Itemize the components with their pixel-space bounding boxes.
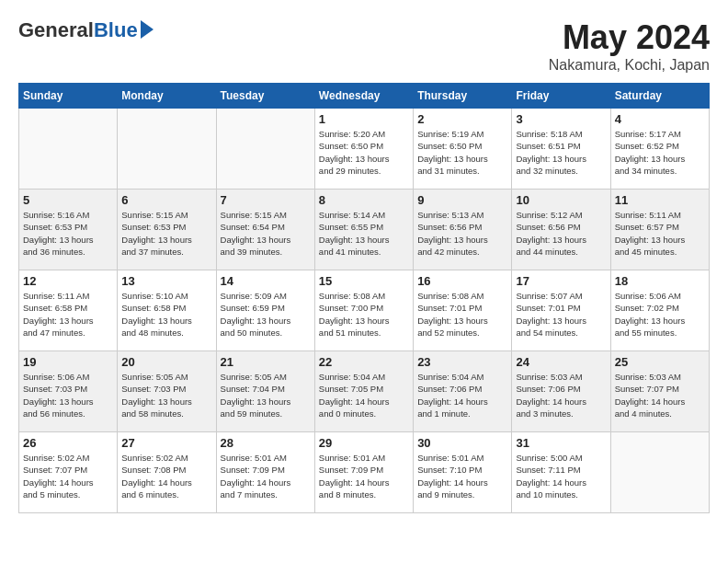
day-info: Sunrise: 5:15 AM Sunset: 6:53 PM Dayligh… <box>121 209 211 258</box>
day-number: 22 <box>319 355 409 369</box>
day-info: Sunrise: 5:04 AM Sunset: 7:05 PM Dayligh… <box>319 371 409 419</box>
day-info: Sunrise: 5:17 AM Sunset: 6:52 PM Dayligh… <box>615 128 705 177</box>
day-number: 23 <box>417 355 507 369</box>
day-number: 8 <box>319 193 409 207</box>
calendar-day: 25Sunrise: 5:03 AM Sunset: 7:07 PM Dayli… <box>610 351 709 432</box>
day-info: Sunrise: 5:11 AM Sunset: 6:57 PM Dayligh… <box>615 209 705 258</box>
calendar-day: 21Sunrise: 5:05 AM Sunset: 7:04 PM Dayli… <box>216 351 314 432</box>
calendar-day: 30Sunrise: 5:01 AM Sunset: 7:10 PM Dayli… <box>414 432 512 513</box>
day-info: Sunrise: 5:05 AM Sunset: 7:04 PM Dayligh… <box>221 371 311 419</box>
day-number: 29 <box>319 436 409 450</box>
day-info: Sunrise: 5:01 AM Sunset: 7:09 PM Dayligh… <box>319 452 409 500</box>
day-number: 21 <box>221 355 311 369</box>
calendar-day: 31Sunrise: 5:00 AM Sunset: 7:11 PM Dayli… <box>512 432 610 513</box>
logo-arrow-icon <box>141 20 154 39</box>
calendar-day: 8Sunrise: 5:14 AM Sunset: 6:55 PM Daylig… <box>314 190 413 270</box>
calendar-day: 27Sunrise: 5:02 AM Sunset: 7:08 PM Dayli… <box>118 432 216 513</box>
title-section: May 2024 Nakamura, Kochi, Japan <box>549 18 710 74</box>
weekday-header-row: SundayMondayTuesdayWednesdayThursdayFrid… <box>19 84 710 109</box>
calendar-day: 16Sunrise: 5:08 AM Sunset: 7:01 PM Dayli… <box>414 270 512 351</box>
day-number: 14 <box>221 274 311 288</box>
calendar-day: 22Sunrise: 5:04 AM Sunset: 7:05 PM Dayli… <box>314 351 413 432</box>
calendar-day: 26Sunrise: 5:02 AM Sunset: 7:07 PM Dayli… <box>19 432 118 513</box>
calendar-day: 13Sunrise: 5:10 AM Sunset: 6:58 PM Dayli… <box>118 270 216 351</box>
day-info: Sunrise: 5:14 AM Sunset: 6:55 PM Dayligh… <box>319 209 409 258</box>
calendar-table: SundayMondayTuesdayWednesdayThursdayFrid… <box>18 83 710 513</box>
day-info: Sunrise: 5:12 AM Sunset: 6:56 PM Dayligh… <box>516 209 606 258</box>
day-info: Sunrise: 5:01 AM Sunset: 7:09 PM Dayligh… <box>221 452 311 500</box>
day-info: Sunrise: 5:03 AM Sunset: 7:07 PM Dayligh… <box>615 371 705 419</box>
location: Nakamura, Kochi, Japan <box>549 57 710 74</box>
day-info: Sunrise: 5:13 AM Sunset: 6:56 PM Dayligh… <box>417 209 507 258</box>
day-number: 15 <box>319 274 409 288</box>
calendar-day: 11Sunrise: 5:11 AM Sunset: 6:57 PM Dayli… <box>610 190 709 270</box>
day-info: Sunrise: 5:07 AM Sunset: 7:01 PM Dayligh… <box>516 290 606 339</box>
calendar-week-row: 26Sunrise: 5:02 AM Sunset: 7:07 PM Dayli… <box>19 432 710 513</box>
day-number: 27 <box>121 436 211 450</box>
day-info: Sunrise: 5:02 AM Sunset: 7:07 PM Dayligh… <box>23 452 113 500</box>
calendar-day: 15Sunrise: 5:08 AM Sunset: 7:00 PM Dayli… <box>314 270 413 351</box>
calendar-day: 7Sunrise: 5:15 AM Sunset: 6:54 PM Daylig… <box>216 190 314 270</box>
weekday-header-monday: Monday <box>118 84 216 109</box>
calendar-day: 23Sunrise: 5:04 AM Sunset: 7:06 PM Dayli… <box>414 351 512 432</box>
day-number: 18 <box>615 274 705 288</box>
day-number: 1 <box>319 112 409 126</box>
day-number: 12 <box>23 274 113 288</box>
logo-blue-text: Blue <box>94 18 138 42</box>
calendar-day: 1Sunrise: 5:20 AM Sunset: 6:50 PM Daylig… <box>314 109 413 190</box>
day-info: Sunrise: 5:03 AM Sunset: 7:06 PM Dayligh… <box>516 371 606 419</box>
calendar-day: 14Sunrise: 5:09 AM Sunset: 6:59 PM Dayli… <box>216 270 314 351</box>
day-number: 17 <box>516 274 606 288</box>
day-info: Sunrise: 5:08 AM Sunset: 7:00 PM Dayligh… <box>319 290 409 339</box>
day-number: 19 <box>23 355 113 369</box>
day-number: 16 <box>417 274 507 288</box>
calendar-day: 9Sunrise: 5:13 AM Sunset: 6:56 PM Daylig… <box>414 190 512 270</box>
day-number: 5 <box>23 193 113 207</box>
day-number: 11 <box>615 193 705 207</box>
day-number: 30 <box>417 436 507 450</box>
calendar-day: 20Sunrise: 5:05 AM Sunset: 7:03 PM Dayli… <box>118 351 216 432</box>
day-info: Sunrise: 5:09 AM Sunset: 6:59 PM Dayligh… <box>221 290 311 339</box>
day-info: Sunrise: 5:08 AM Sunset: 7:01 PM Dayligh… <box>417 290 507 339</box>
day-info: Sunrise: 5:11 AM Sunset: 6:58 PM Dayligh… <box>23 290 113 339</box>
weekday-header-friday: Friday <box>512 84 610 109</box>
calendar-day: 24Sunrise: 5:03 AM Sunset: 7:06 PM Dayli… <box>512 351 610 432</box>
calendar-day: 5Sunrise: 5:16 AM Sunset: 6:53 PM Daylig… <box>19 190 118 270</box>
calendar-day: 18Sunrise: 5:06 AM Sunset: 7:02 PM Dayli… <box>610 270 709 351</box>
day-info: Sunrise: 5:01 AM Sunset: 7:10 PM Dayligh… <box>417 452 507 500</box>
calendar-day <box>610 432 709 513</box>
day-info: Sunrise: 5:15 AM Sunset: 6:54 PM Dayligh… <box>221 209 311 258</box>
day-number: 20 <box>121 355 211 369</box>
day-info: Sunrise: 5:06 AM Sunset: 7:02 PM Dayligh… <box>615 290 705 339</box>
day-info: Sunrise: 5:04 AM Sunset: 7:06 PM Dayligh… <box>417 371 507 419</box>
calendar-day <box>118 109 216 190</box>
calendar-day: 17Sunrise: 5:07 AM Sunset: 7:01 PM Dayli… <box>512 270 610 351</box>
calendar-day <box>19 109 118 190</box>
calendar-week-row: 19Sunrise: 5:06 AM Sunset: 7:03 PM Dayli… <box>19 351 710 432</box>
page-header: General Blue May 2024 Nakamura, Kochi, J… <box>18 18 710 74</box>
day-info: Sunrise: 5:00 AM Sunset: 7:11 PM Dayligh… <box>516 452 606 500</box>
weekday-header-wednesday: Wednesday <box>314 84 413 109</box>
day-number: 3 <box>516 112 606 126</box>
day-number: 10 <box>516 193 606 207</box>
calendar-day: 3Sunrise: 5:18 AM Sunset: 6:51 PM Daylig… <box>512 109 610 190</box>
day-info: Sunrise: 5:10 AM Sunset: 6:58 PM Dayligh… <box>121 290 211 339</box>
weekday-header-thursday: Thursday <box>414 84 512 109</box>
day-number: 24 <box>516 355 606 369</box>
day-info: Sunrise: 5:16 AM Sunset: 6:53 PM Dayligh… <box>23 209 113 258</box>
weekday-header-saturday: Saturday <box>610 84 709 109</box>
calendar-week-row: 5Sunrise: 5:16 AM Sunset: 6:53 PM Daylig… <box>19 190 710 270</box>
calendar-day <box>216 109 314 190</box>
day-info: Sunrise: 5:06 AM Sunset: 7:03 PM Dayligh… <box>23 371 113 419</box>
weekday-header-sunday: Sunday <box>19 84 118 109</box>
day-number: 31 <box>516 436 606 450</box>
calendar-day: 2Sunrise: 5:19 AM Sunset: 6:50 PM Daylig… <box>414 109 512 190</box>
day-number: 13 <box>121 274 211 288</box>
day-number: 9 <box>417 193 507 207</box>
logo-general-text: General <box>18 18 94 42</box>
calendar-day: 28Sunrise: 5:01 AM Sunset: 7:09 PM Dayli… <box>216 432 314 513</box>
calendar-week-row: 12Sunrise: 5:11 AM Sunset: 6:58 PM Dayli… <box>19 270 710 351</box>
calendar-day: 12Sunrise: 5:11 AM Sunset: 6:58 PM Dayli… <box>19 270 118 351</box>
day-info: Sunrise: 5:02 AM Sunset: 7:08 PM Dayligh… <box>121 452 211 500</box>
day-info: Sunrise: 5:18 AM Sunset: 6:51 PM Dayligh… <box>516 128 606 177</box>
